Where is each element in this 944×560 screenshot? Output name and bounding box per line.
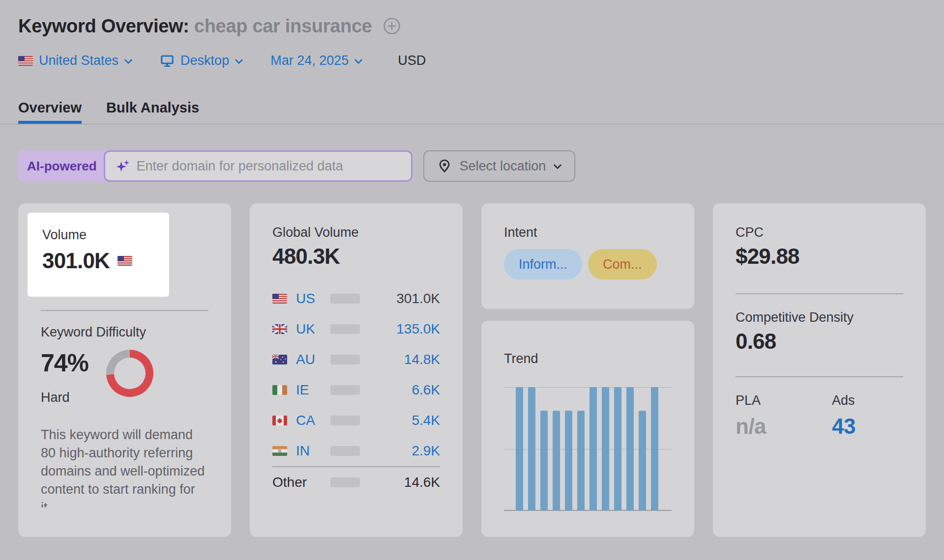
trend-bar (626, 387, 634, 510)
device-selector[interactable]: Desktop (160, 53, 243, 68)
cpc-label: CPC (736, 225, 903, 240)
trend-bar (614, 387, 621, 510)
country-volume-value[interactable]: 135.0K (396, 321, 440, 337)
country-volume-value[interactable]: 301.0K (396, 291, 440, 307)
select-location-button[interactable]: Select location (423, 150, 576, 182)
trend-bar (590, 387, 597, 510)
country-volume-value[interactable]: 5.4K (412, 413, 440, 428)
trend-bar (528, 387, 535, 510)
intent-pill[interactable]: Inform... (504, 249, 582, 280)
intent-pill-list: Inform... Com... (504, 249, 672, 280)
tab-bar: Overview Bulk Analysis (0, 100, 944, 125)
trend-bar (553, 411, 560, 510)
other-volume-value: 14.6K (404, 475, 440, 490)
chevron-down-icon (235, 59, 243, 64)
other-share-bar (330, 477, 360, 487)
country-code-link[interactable]: IE (296, 382, 330, 398)
country-share-bar (330, 355, 360, 364)
location-pin-icon (437, 159, 452, 173)
country-share-bar (330, 446, 360, 456)
date-selector[interactable]: Mar 24, 2025 (270, 53, 362, 68)
difficulty-percent: 74% (41, 349, 88, 377)
country-share-bar (330, 324, 360, 334)
country-volume-value[interactable]: 14.8K (404, 352, 440, 367)
country-code-link[interactable]: UK (296, 321, 330, 337)
volume-difficulty-card: Volume 301.0K Keyword Difficulty 74% Har… (18, 203, 231, 537)
country-row: US 301.0K (272, 283, 440, 314)
keyword-difficulty-section: Keyword Difficulty 74% Hard This keyword… (18, 310, 231, 507)
country-code-link[interactable]: AU (296, 352, 330, 367)
trend-bar (565, 411, 572, 510)
trend-bar (639, 411, 646, 510)
country-row: IE 6.6K (272, 375, 440, 405)
trend-bars (516, 387, 658, 510)
divider (736, 293, 903, 294)
global-volume-value: 480.3K (272, 244, 440, 269)
intent-pill[interactable]: Com... (588, 249, 657, 280)
trend-card: Trend (481, 321, 694, 537)
tab-overview[interactable]: Overview (18, 100, 82, 124)
divider (736, 376, 903, 377)
us-flag-icon (118, 256, 132, 266)
country-row: AU 14.8K (272, 344, 440, 375)
other-label: Other (272, 475, 330, 490)
chevron-down-icon (554, 164, 561, 169)
ads-value[interactable]: 43 (832, 414, 856, 439)
date-selector-label: Mar 24, 2025 (270, 53, 349, 68)
ads-label: Ads (832, 393, 856, 408)
page-title: Keyword Overview: cheap car insurance (18, 15, 372, 37)
country-row: IN 2.9K (272, 436, 440, 466)
country-selector[interactable]: United States (18, 53, 132, 68)
trend-bar (651, 387, 658, 510)
personalization-bar: AI-powered Select location (18, 150, 926, 182)
country-volume-list: US 301.0K UK 135.0K AU (272, 283, 440, 498)
tab-bulk-analysis[interactable]: Bulk Analysis (106, 100, 199, 124)
country-share-bar (330, 294, 360, 304)
country-flag-icon (272, 324, 287, 334)
country-volume-value[interactable]: 6.6K (412, 382, 440, 398)
trend-bar (516, 387, 523, 510)
volume-value: 301.0K (42, 249, 110, 273)
device-selector-label: Desktop (180, 53, 229, 68)
pla-value: n/a (736, 414, 832, 439)
ai-powered-badge: AI-powered (18, 150, 110, 182)
chevron-down-icon (354, 59, 362, 64)
country-code-link[interactable]: IN (296, 443, 330, 459)
add-keyword-icon[interactable] (383, 17, 401, 35)
intent-trend-column: Intent Inform... Com... Trend (481, 203, 694, 537)
volume-label: Volume (42, 227, 154, 243)
filter-bar: United States Desktop Mar 24, 2025 USD (18, 53, 926, 68)
domain-input-box (104, 150, 413, 182)
global-volume-card: Global Volume 480.3K US 301.0K UK 13 (250, 203, 463, 537)
keyword-text: cheap car insurance (194, 16, 372, 36)
country-row: UK 135.0K (272, 314, 440, 344)
keyword-overview-page: Keyword Overview: cheap car insurance Un… (0, 0, 944, 537)
chevron-down-icon (124, 59, 132, 64)
metrics-grid: Volume 301.0K Keyword Difficulty 74% Har… (18, 203, 926, 537)
difficulty-donut-chart (106, 350, 153, 397)
competitive-density-label: Competitive Density (736, 310, 903, 325)
trend-chart (504, 387, 672, 511)
country-selector-label: United States (39, 53, 118, 68)
divider (41, 310, 208, 311)
us-flag-icon (18, 56, 33, 66)
cpc-value: $29.88 (736, 244, 903, 269)
country-flag-icon (272, 294, 287, 304)
difficulty-description: This keyword will demand 80 high-authori… (41, 426, 208, 507)
country-share-bar (330, 385, 360, 395)
currency-label: USD (398, 53, 426, 68)
country-code-link[interactable]: US (296, 291, 330, 307)
country-flag-icon (272, 446, 287, 456)
trend-bar (540, 411, 548, 510)
country-code-link[interactable]: CA (296, 413, 330, 428)
page-header: Keyword Overview: cheap car insurance (18, 15, 926, 37)
trend-bar (602, 387, 609, 510)
country-volume-value[interactable]: 2.9K (412, 443, 440, 459)
domain-input[interactable] (137, 159, 401, 174)
intent-label: Intent (504, 225, 672, 240)
desktop-icon (160, 54, 175, 68)
keyword-difficulty-label: Keyword Difficulty (41, 325, 208, 340)
country-flag-icon (272, 416, 287, 425)
pla-ads-row: PLA n/a Ads 43 (736, 393, 903, 439)
difficulty-level: Hard (41, 390, 88, 405)
